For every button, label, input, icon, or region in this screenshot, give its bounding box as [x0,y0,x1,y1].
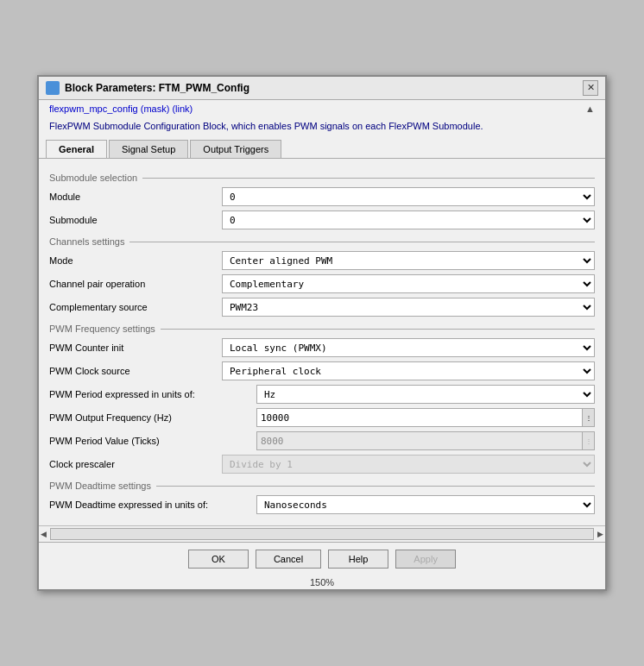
pwm-deadtime-section-label: PWM Deadtime settings [49,481,151,491]
submodule-row: Submodule 0 [49,210,595,229]
title-bar: Block Parameters: FTM_PWM_Config ✕ [39,77,605,100]
channels-section-header: Channels settings [49,236,595,247]
window-icon [46,81,60,95]
main-window: Block Parameters: FTM_PWM_Config ✕ flexp… [37,75,607,592]
pwm-period-units-control: Hz [256,385,595,404]
channel-pair-control: Complementary [222,274,595,293]
collapse-button[interactable]: ▲ [585,104,595,114]
pwm-output-freq-stepper[interactable]: ⋮ [583,408,595,427]
pwm-period-value-control: 8000 ⋮ [256,431,595,450]
link-bar: flexpwm_mpc_config (mask) (link) ▲ [39,100,605,117]
module-control: 0 [222,187,595,206]
tab-signal-setup[interactable]: Signal Setup [109,140,188,158]
zoom-level: 150% [39,575,605,589]
submodule-section-line [142,178,595,179]
horizontal-scrollbar[interactable] [50,528,594,540]
module-label: Module [49,192,222,202]
pwm-period-value-row: PWM Period Value (Ticks) 8000 ⋮ [49,431,595,450]
pwm-counter-init-control: Local sync (PWMX) [222,338,595,357]
close-button[interactable]: ✕ [583,80,598,96]
scrollbar-area: ◀ ▶ [39,525,605,542]
pwm-period-value-stepper: ⋮ [583,431,595,450]
pwm-deadtime-section-header: PWM Deadtime settings [49,481,595,491]
pwm-clock-source-row: PWM Clock source Peripheral clock [49,361,595,380]
pwm-deadtime-units-control: Nanoseconds [256,495,595,514]
clock-prescaler-row: Clock prescaler Divide by 1 [49,455,595,474]
mode-control: Center aligned PWM [222,251,595,270]
pwm-clock-source-label: PWM Clock source [49,366,222,376]
pwm-output-freq-control: 10000 ⋮ [256,408,595,427]
tab-output-triggers[interactable]: Output Triggers [190,140,281,158]
submodule-section-header: Submodule selection [49,173,595,183]
pwm-deadtime-units-row: PWM Deadtime expressed in units of: Nano… [49,495,595,514]
clock-prescaler-label: Clock prescaler [49,459,222,469]
pwm-counter-init-row: PWM Counter init Local sync (PWMX) [49,338,595,357]
apply-button[interactable]: Apply [395,550,456,569]
complementary-source-label: Complementary source [49,302,222,312]
submodule-control: 0 [222,210,595,229]
help-button[interactable]: Help [328,550,388,569]
mask-link[interactable]: flexpwm_mpc_config (mask) (link) [49,104,193,114]
complementary-source-control: PWM23 [222,298,595,317]
submodule-select[interactable]: 0 [222,210,595,229]
pwm-freq-section-header: PWM Frequency settings [49,324,595,334]
footer: OK Cancel Help Apply [39,542,605,575]
complementary-source-select[interactable]: PWM23 [222,298,595,317]
pwm-counter-init-select[interactable]: Local sync (PWMX) [222,338,595,357]
channel-pair-select[interactable]: Complementary [222,274,595,293]
module-select[interactable]: 0 [222,187,595,206]
pwm-output-freq-row: PWM Output Frequency (Hz) 10000 ⋮ [49,408,595,427]
submodule-label: Submodule [49,215,222,225]
pwm-deadtime-section-line [156,486,595,487]
pwm-period-units-label: PWM Period expressed in units of: [49,389,256,399]
module-row: Module 0 [49,187,595,206]
window-title: Block Parameters: FTM_PWM_Config [65,82,249,94]
pwm-clock-source-control: Peripheral clock [222,361,595,380]
channel-pair-label: Channel pair operation [49,279,222,289]
channels-section-label: Channels settings [49,236,124,247]
scroll-left-arrow[interactable]: ◀ [39,530,48,538]
clock-prescaler-select[interactable]: Divide by 1 [222,455,595,474]
pwm-period-value-label: PWM Period Value (Ticks) [49,436,256,446]
pwm-deadtime-units-label: PWM Deadtime expressed in units of: [49,500,256,510]
mode-label: Mode [49,255,222,266]
pwm-freq-section-label: PWM Frequency settings [49,324,155,334]
cancel-button[interactable]: Cancel [256,550,321,569]
pwm-counter-init-label: PWM Counter init [49,342,222,353]
pwm-deadtime-units-select[interactable]: Nanoseconds [256,495,595,514]
description-text: FlexPWM Submodule Configuration Block, w… [39,117,605,141]
mode-select[interactable]: Center aligned PWM [222,251,595,270]
pwm-period-units-select[interactable]: Hz [256,385,595,404]
pwm-output-freq-input[interactable]: 10000 [256,408,583,427]
clock-prescaler-control: Divide by 1 [222,455,595,474]
channels-section-line [129,242,595,242]
ok-button[interactable]: OK [188,550,249,569]
pwm-period-value-input[interactable]: 8000 [256,431,583,450]
complementary-source-row: Complementary source PWM23 [49,298,595,317]
tab-general[interactable]: General [46,140,107,158]
scroll-right-arrow[interactable]: ▶ [596,530,605,538]
pwm-freq-section-line [161,329,595,330]
mode-row: Mode Center aligned PWM [49,251,595,270]
content-area: Submodule selection Module 0 Submodule 0… [39,159,605,525]
pwm-output-freq-label: PWM Output Frequency (Hz) [49,412,256,423]
submodule-section-label: Submodule selection [49,173,137,183]
tabs-bar: General Signal Setup Output Triggers [39,140,605,159]
channel-pair-row: Channel pair operation Complementary [49,274,595,293]
pwm-clock-source-select[interactable]: Peripheral clock [222,361,595,380]
pwm-period-units-row: PWM Period expressed in units of: Hz [49,385,595,404]
